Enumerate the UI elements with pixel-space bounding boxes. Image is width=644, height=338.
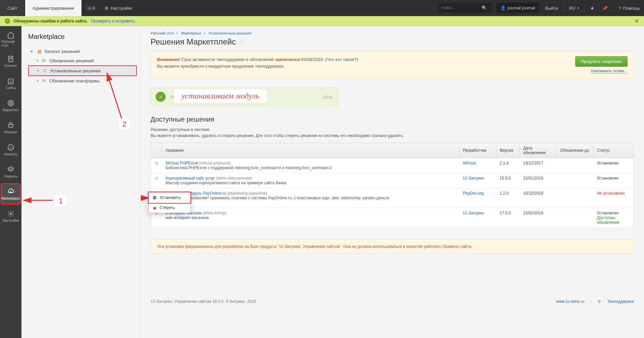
tree-item-platform-update[interactable]: ⟳ Обновление платформы [28, 76, 137, 85]
footer-site-link[interactable]: www.1c-bitrix.ru [556, 299, 585, 304]
rail-shop[interactable]: Магазин [1, 118, 20, 138]
svg-text:24: 24 [9, 146, 12, 149]
breadcrumb-item[interactable]: Рабочий стол [151, 31, 174, 35]
grid-icon: ▦ [37, 49, 42, 54]
solution-name-link[interactable]: NKhost PHPExcel [166, 161, 198, 165]
solution-name-link[interactable]: Корпоративный сайт услуг [166, 176, 215, 181]
warn-prefix: Внимание! [157, 57, 180, 62]
tree-item-installed[interactable]: ⇩ Установленные решения [28, 65, 137, 76]
star-toggle[interactable]: ★ [586, 0, 598, 16]
developer-link[interactable]: 1С-Битрикс [463, 211, 484, 215]
breadcrumb-item[interactable]: Установленные решения [209, 31, 252, 35]
license-warning: Внимание! Срок активности техподдержки и… [151, 51, 634, 79]
developer-link[interactable]: 1С-Битрикс [463, 176, 484, 181]
breadcrumb: Рабочий стол ▸ Marketplace ▸ Установленн… [151, 31, 634, 35]
annotation-caption: устанавливаем модуль [174, 89, 267, 103]
row-menu-icon[interactable]: ≡ [155, 176, 158, 181]
th-until[interactable]: Обновления до [557, 143, 594, 158]
developer-link[interactable]: NKhost [463, 161, 476, 165]
annotation-arrow-1 [21, 192, 58, 209]
alert-bar: ✓ Обнаружены ошибки в работе сайта. Пров… [0, 16, 644, 26]
dev-install-warning: Эта установка предназначена для разработ… [151, 239, 634, 254]
alert-close[interactable]: ✕ [634, 17, 639, 25]
whatis-link[interactable]: Что это такое? [327, 57, 357, 62]
cloud-download-icon [7, 188, 14, 195]
favorite-star-icon[interactable]: ☆ [240, 38, 245, 46]
home-icon [7, 31, 14, 39]
row-context-menu: Установить ✖ Стереть [149, 192, 191, 213]
section-description: Решения, доступные в системе. Вы можете … [151, 127, 634, 139]
svg-point-7 [10, 103, 11, 104]
rail-marketing[interactable]: Маркетинг [1, 95, 20, 116]
th-name[interactable]: Название [162, 143, 460, 158]
sync-icon: ⟳ [41, 78, 47, 83]
side-panel: Marketplace ▶ ▦ Каталог решений ⟳ Обновл… [21, 26, 141, 338]
table-row[interactable]: ≡ Корпоративный сайт услуг (bitrix.sitec… [151, 173, 634, 188]
table-row[interactable]: ≡ й интернет-магазин (bitrix.eshop)ния и… [151, 208, 634, 228]
check-icon: ✓ [5, 18, 10, 24]
cog-icon [7, 210, 14, 217]
solutions-table: Название Разработчик Версия Дата обновле… [151, 143, 634, 228]
table-row[interactable]: ≡ NKhost PHPExcel (nkhost.phpexcel)Библи… [151, 158, 634, 173]
topbar: Сайт Администрирование ▭ 4 ⚙ Настройки 🔍… [0, 0, 644, 16]
breadcrumb-item[interactable]: Marketplace [181, 31, 201, 35]
tab-admin[interactable]: Администрирование [25, 0, 82, 16]
svg-text:24: 24 [9, 80, 12, 83]
success-icon: ✓ [156, 92, 166, 102]
rail-marketplace[interactable]: Marketplace [1, 184, 20, 204]
nav-rail: Рабочий стол Контент 24 Сайты Маркетинг … [0, 26, 21, 338]
box-icon: ⇩ [42, 68, 47, 73]
sidepanel-title: Marketplace [28, 33, 137, 41]
tree: ▶ ▦ Каталог решений ⟳ Обновление решений… [28, 47, 137, 85]
gear-icon: ⚙ [105, 6, 109, 11]
svg-point-10 [10, 213, 12, 215]
menu-install[interactable]: Установить [149, 193, 190, 203]
th-ver[interactable]: Версия [496, 143, 520, 158]
rail-clients[interactable]: 24 Клиенты [1, 140, 20, 160]
settings-link[interactable]: ⚙ Настройки [101, 0, 136, 16]
chevron-right-icon: ▸ [176, 31, 178, 35]
tree-item-update-solutions[interactable]: ⟳ Обновление решений [28, 56, 137, 65]
footer-version: 1С-Битрикс: Управление сайтом 18.0.0. © … [151, 299, 256, 304]
chevron-right-icon: ▸ [204, 31, 206, 35]
rail-desk[interactable]: Рабочий стол [1, 29, 20, 49]
search-box[interactable]: 🔍 [439, 3, 492, 13]
th-date[interactable]: Дата обновления [520, 143, 557, 158]
page-title: Решения Маркетплейс ☆ [151, 37, 634, 47]
logout-link[interactable]: Выйти [541, 0, 562, 16]
rail-content[interactable]: Контент [1, 51, 20, 71]
chevron-down-icon: ▾ [578, 6, 579, 10]
row-menu-icon[interactable]: ≡ [155, 160, 158, 166]
developer-link[interactable]: PhpDev.org [463, 191, 484, 196]
gear-icon: ⚙ [597, 299, 601, 304]
rail-sites[interactable]: 24 Сайты [1, 73, 20, 93]
user-icon: 👤 [500, 5, 506, 10]
lang-switch[interactable]: RU ▾ [565, 0, 583, 16]
tab-site[interactable]: Сайт [0, 0, 25, 16]
remind-later-link[interactable]: Напомнить позже... [591, 69, 628, 74]
help-link[interactable]: ? Помощь [615, 0, 644, 16]
tree-item-catalog[interactable]: ▶ ▦ Каталог решений [28, 47, 137, 56]
pin-icon: 📌 [602, 6, 608, 11]
expand-icon: ▶ [31, 50, 34, 53]
chat-icon: ▭ [88, 6, 91, 10]
star-icon: ★ [590, 6, 594, 11]
target-icon [7, 99, 14, 107]
th-dev[interactable]: Разработчик [460, 143, 496, 158]
notif-button[interactable]: ▭ 4 [82, 0, 101, 16]
annotation-2: 2 [119, 118, 130, 130]
pin-toggle[interactable]: 📌 [598, 0, 612, 16]
rail-settings[interactable]: Настройки [1, 206, 20, 226]
calendar-icon: 24 [7, 77, 14, 85]
alert-action-link[interactable]: Проверить и исправить. [91, 19, 136, 23]
search-input[interactable] [441, 5, 482, 10]
menu-erase[interactable]: ✖ Стереть [149, 203, 190, 213]
user-menu[interactable]: 👤 journal journal [496, 3, 539, 13]
rail-services[interactable]: Сервисы [1, 162, 20, 182]
th-status[interactable]: Статус [594, 143, 634, 158]
table-row[interactable]: ≡ Платежный модуль PayOnline.ru (phpdevo… [151, 188, 634, 208]
alert-text: Обнаружены ошибки в работе сайта. [13, 19, 88, 23]
main-content: Рабочий стол ▸ Marketplace ▸ Установленн… [141, 26, 644, 338]
footer-support-link[interactable]: Техподдержка [607, 299, 634, 304]
extend-license-button[interactable]: Продлить лицензию [575, 56, 628, 67]
